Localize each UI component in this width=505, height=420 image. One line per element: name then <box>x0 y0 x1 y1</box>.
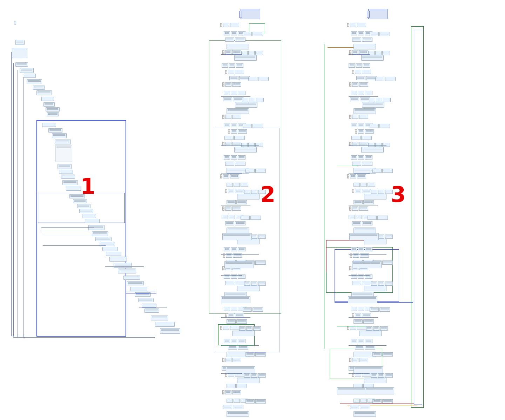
panel1-label: 1 <box>80 176 95 197</box>
panel3-label: 3 <box>391 184 406 205</box>
panel-1: 1 <box>0 21 196 400</box>
panel2-label: 2 <box>260 184 275 205</box>
panel-2: 2 <box>207 9 288 412</box>
panel2-header <box>241 9 260 19</box>
panel3-header <box>368 9 388 19</box>
panel1-highlight <box>36 120 126 337</box>
panel-3: 3 <box>316 9 428 412</box>
